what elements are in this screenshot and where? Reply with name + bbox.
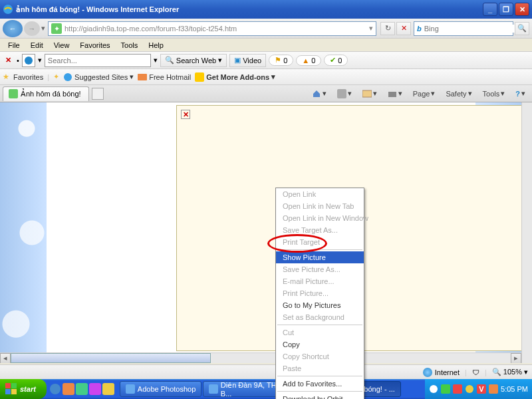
toolbar-search-input[interactable] [45, 54, 151, 67]
start-button[interactable]: start [0, 379, 47, 399]
svg-rect-13 [5, 389, 11, 394]
context-menu-item[interactable]: Go to My Pictures [276, 299, 364, 311]
tray-icon-2[interactable] [441, 384, 450, 394]
back-button[interactable]: ← [3, 20, 23, 37]
page-menu[interactable]: Page ▾ [409, 88, 440, 99]
free-hotmail-link[interactable]: Free Hotmail [138, 72, 191, 82]
zoom-level[interactable]: 🔍 105% ▾ [492, 368, 528, 376]
home-icon [312, 89, 321, 98]
ql-icon-4[interactable] [89, 383, 101, 395]
tray-icon-5[interactable]: V [477, 384, 486, 394]
menu-edit[interactable]: Edit [25, 40, 49, 51]
menu-tools[interactable]: Tools [116, 40, 144, 51]
ql-icon-1[interactable] [49, 383, 61, 395]
safety-menu[interactable]: Safety ▾ [442, 88, 475, 99]
context-menu-item: Copy Shortcut [276, 350, 364, 362]
tray-icon-3[interactable] [453, 384, 462, 394]
ql-icon-3[interactable] [76, 383, 88, 395]
nav-dropdown-icon[interactable]: ▾ [41, 24, 45, 33]
refresh-button[interactable]: ↻ [380, 22, 395, 35]
menu-file[interactable]: File [3, 40, 25, 51]
favorites-button[interactable]: Favorites [13, 73, 43, 81]
scroll-left-button[interactable]: ◂ [0, 353, 11, 363]
home-button[interactable]: ▾ [308, 88, 331, 100]
svg-rect-7 [9, 89, 18, 98]
menu-favorites[interactable]: Favorites [74, 40, 115, 51]
search-bar[interactable]: b [414, 21, 513, 36]
url-text: http://giadinh9a.top-me.com/forum-f33/to… [65, 25, 369, 33]
context-menu-item: Open Link in New Window [276, 212, 364, 224]
suggested-sites-link[interactable]: Suggested Sites ▾ [63, 72, 134, 82]
menu-view[interactable]: View [49, 40, 75, 51]
security-zone[interactable]: Internet [423, 368, 460, 377]
toolbar-logo[interactable] [22, 54, 35, 67]
svg-point-26 [466, 385, 473, 393]
hotmail-icon [138, 72, 147, 82]
ie-small-icon [63, 72, 72, 82]
context-menu: Open LinkOpen Link in New TabOpen Link i… [275, 188, 364, 399]
tab-title: Ảnh hôm đá bóng! [21, 90, 81, 98]
svg-text:V: V [479, 385, 484, 393]
context-menu-separator [277, 376, 362, 376]
feeds-button[interactable]: ▾ [333, 88, 356, 100]
badge-yellow[interactable]: ⚑0 [269, 55, 293, 66]
ql-icon-2[interactable] [63, 383, 74, 395]
address-bar[interactable]: ✦ http://giadinh9a.top-me.com/forum-f33/… [48, 21, 376, 36]
favorites-star-icon[interactable]: ★ [3, 72, 9, 81]
favbar-add-icon[interactable]: ✦ [53, 72, 59, 81]
badge-green[interactable]: ✔0 [324, 55, 348, 66]
printer-icon [388, 89, 397, 98]
svg-text:✦: ✦ [54, 25, 60, 33]
search-input[interactable] [424, 25, 516, 33]
context-menu-item[interactable]: Add to Favorites... [276, 378, 364, 390]
close-button[interactable]: ✕ [515, 3, 529, 16]
mail-button[interactable]: ▾ [358, 88, 381, 100]
horizontal-scrollbar[interactable]: ◂ ▸ [0, 352, 521, 363]
address-dropdown-icon[interactable]: ▾ [369, 24, 373, 33]
toolbar-dropdown-icon[interactable]: ▾ [38, 56, 42, 65]
tray-icon-6[interactable] [489, 384, 498, 394]
context-menu-item[interactable]: Download by Orbit [276, 393, 364, 399]
vertical-scrollbar[interactable] [521, 102, 532, 363]
ql-icon-5[interactable] [102, 383, 114, 395]
svg-rect-18 [89, 383, 101, 395]
new-tab-button[interactable] [92, 88, 104, 100]
video-button[interactable]: ▣ Video [229, 54, 266, 67]
search-go-button[interactable]: 🔍 [515, 22, 529, 35]
tray-icon-1[interactable] [429, 384, 438, 394]
taskbar-tasks: Adobe PhotoshopDiễn Đàn 9A, THCS B...Ảnh… [117, 381, 425, 397]
window-title: ảnh hôm đá bóng! - Windows Internet Expl… [16, 5, 481, 14]
clock[interactable]: 5:05 PM [501, 385, 528, 393]
tab-active[interactable]: Ảnh hôm đá bóng! [3, 86, 89, 101]
svg-rect-11 [5, 383, 11, 388]
scroll-thumb[interactable] [11, 353, 211, 363]
toolbar-close-icon[interactable]: ✕ [3, 56, 14, 65]
quick-launch [47, 383, 117, 395]
context-menu-item[interactable]: Show Picture [276, 251, 364, 263]
toolbar-search-dropdown[interactable]: ▾ [154, 56, 158, 65]
maximize-button[interactable]: ❐ [499, 3, 513, 16]
badge-orange[interactable]: ▲0 [296, 55, 321, 66]
protected-mode-icon[interactable]: 🛡 [472, 368, 479, 376]
scroll-right-button[interactable]: ▸ [511, 353, 521, 363]
forward-button[interactable]: → [24, 21, 40, 36]
context-menu-item[interactable]: Copy [276, 338, 364, 350]
mail-icon [362, 89, 372, 98]
tools-menu[interactable]: Tools ▾ [479, 88, 509, 99]
svg-rect-21 [209, 384, 218, 394]
search-web-button[interactable]: 🔍 Search Web ▾ [160, 54, 227, 67]
menu-help[interactable]: Help [143, 40, 169, 51]
taskbar-task[interactable]: Adobe Photoshop [120, 381, 201, 397]
help-button[interactable]: ?▾ [511, 88, 529, 99]
minimize-button[interactable]: _ [483, 3, 497, 16]
get-addons-link[interactable]: Get More Add-ons ▾ [195, 72, 275, 82]
broken-image-icon[interactable]: ✕ [181, 110, 190, 119]
svg-rect-14 [11, 389, 17, 394]
task-icon [209, 384, 218, 394]
svg-rect-5 [138, 74, 147, 80]
print-button[interactable]: ▾ [384, 88, 406, 100]
tray-icon-4[interactable] [465, 384, 474, 394]
stop-button[interactable]: ✕ [396, 22, 411, 35]
globe-icon [423, 368, 432, 377]
menu-bar: File Edit View Favorites Tools Help [0, 39, 532, 52]
